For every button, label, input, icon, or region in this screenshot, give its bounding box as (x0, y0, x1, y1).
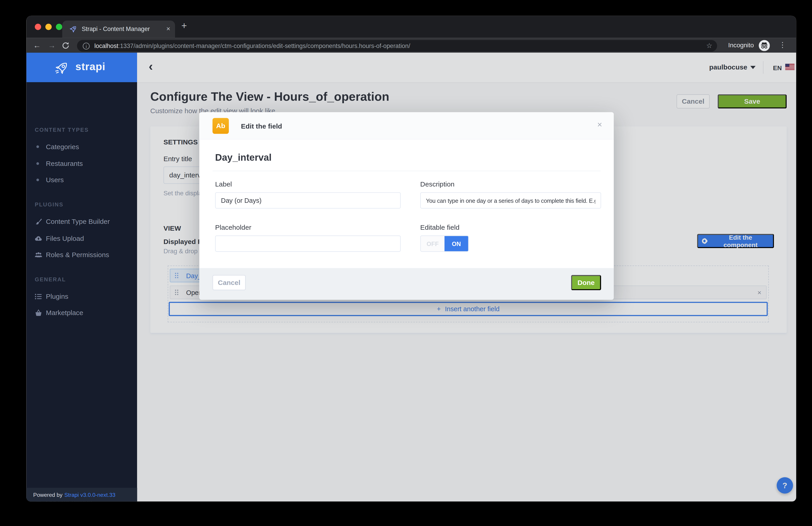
bullet-icon (37, 162, 39, 165)
sidebar-item-plugins[interactable]: Plugins (26, 291, 137, 302)
placeholder-input[interactable] (215, 235, 401, 252)
site-info-icon[interactable]: i (83, 42, 89, 49)
editable-toggle: OFF ON (420, 235, 469, 252)
toggle-on-button[interactable]: ON (445, 236, 468, 251)
tab-close-icon[interactable]: × (166, 25, 170, 33)
desktop-background: Strapi - Content Manager × + ← → i local… (0, 0, 812, 526)
strapi-version-link[interactable]: Strapi v3.0.0-next.33 (64, 491, 115, 498)
sidebar-footer: Powered by Strapi v3.0.0-next.33 (26, 488, 137, 501)
sidebar-item-files-upload[interactable]: Files Upload (26, 234, 137, 244)
label-field-label: Label (215, 180, 232, 188)
forward-icon[interactable]: → (48, 41, 56, 50)
close-window-button[interactable] (35, 24, 41, 30)
brand-name: strapi (75, 61, 105, 73)
powered-by-label: Powered by (33, 491, 62, 498)
modal-divider (213, 171, 600, 171)
incognito-label: Incognito (728, 42, 754, 49)
browser-tab[interactable]: Strapi - Content Manager × (62, 20, 175, 38)
brush-icon (34, 217, 43, 226)
toggle-off-button[interactable]: OFF (421, 236, 445, 251)
sidebar-item-roles-permissions[interactable]: Roles & Permissions (26, 250, 137, 260)
bullet-icon (37, 145, 39, 148)
bookmark-star-icon[interactable]: ☆ (706, 42, 712, 49)
url-host: localhost (95, 42, 118, 49)
browser-toolbar: ← → i localhost:1337/admin/plugins/conte… (26, 38, 796, 54)
section-title-content-types: CONTENT TYPES (35, 126, 89, 133)
placeholder-field-label: Placeholder (215, 223, 251, 231)
minimize-window-button[interactable] (45, 24, 52, 30)
zoom-window-button[interactable] (56, 24, 62, 30)
sidebar-item-marketplace[interactable]: Marketplace (26, 307, 137, 318)
edit-field-modal: Ab Edit the field × Day_interval Label D… (199, 112, 614, 300)
url-path: :1337/admin/plugins/content-manager/ctm-… (118, 42, 410, 49)
sidebar-item-restaurants[interactable]: Restaurants (26, 159, 137, 169)
browser-menu-icon[interactable]: ⋮ (779, 41, 786, 49)
address-bar[interactable]: i localhost:1337/admin/plugins/content-m… (77, 40, 717, 51)
sidebar-item-categories[interactable]: Categories (26, 142, 137, 152)
modal-done-button[interactable]: Done (571, 275, 601, 290)
strapi-logo-icon (54, 60, 70, 75)
incognito-icon (759, 40, 770, 51)
basket-icon (34, 309, 43, 317)
modal-footer: Cancel Done (199, 268, 614, 300)
sidebar-item-users[interactable]: Users (26, 175, 137, 185)
tab-title: Strapi - Content Manager (82, 26, 150, 32)
sidebar: strapi CONTENT TYPES Categories Restaura… (26, 53, 137, 501)
strapi-favicon-icon (69, 25, 77, 33)
description-field-label: Description (420, 180, 454, 188)
label-input[interactable] (215, 192, 401, 208)
strapi-brand[interactable]: strapi (26, 53, 137, 82)
modal-header: Ab Edit the field × (199, 112, 614, 140)
modal-title: Edit the field (241, 122, 282, 130)
browser-window: Strapi - Content Manager × + ← → i local… (26, 16, 796, 501)
section-title-plugins: PLUGINS (35, 201, 64, 208)
bullet-icon (37, 179, 39, 181)
list-icon (34, 292, 43, 301)
description-input[interactable] (420, 192, 601, 208)
modal-cancel-button[interactable]: Cancel (213, 275, 246, 290)
users-icon (34, 251, 43, 259)
browser-tab-bar: Strapi - Content Manager × + (26, 16, 796, 38)
sidebar-item-content-type-builder[interactable]: Content Type Builder (26, 216, 137, 227)
new-tab-button[interactable]: + (182, 20, 187, 32)
close-icon[interactable]: × (597, 120, 602, 130)
back-icon[interactable]: ← (33, 41, 41, 50)
editable-field-label: Editable field (420, 223, 460, 231)
cloud-upload-icon (34, 235, 43, 243)
reload-icon[interactable] (62, 42, 70, 49)
field-name-heading: Day_interval (215, 152, 272, 163)
url-text: localhost:1337/admin/plugins/content-man… (95, 42, 410, 49)
section-title-general: GENERAL (35, 276, 66, 283)
text-field-type-badge: Ab (213, 118, 229, 134)
